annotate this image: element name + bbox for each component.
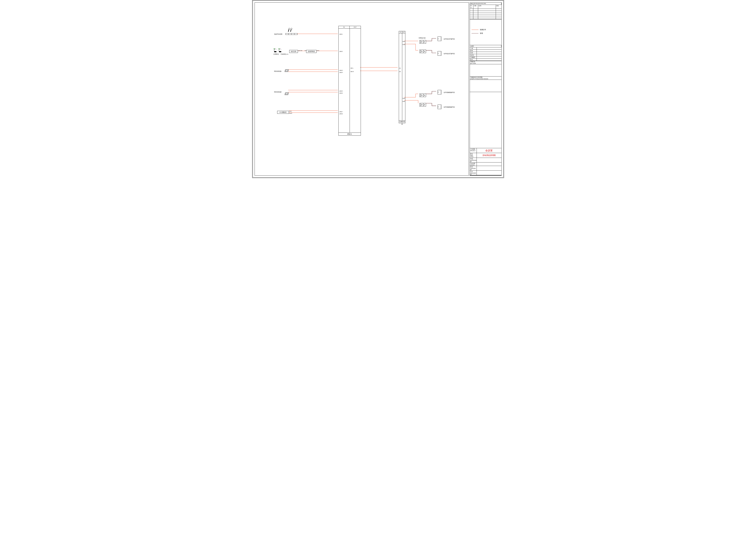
amp4-icon — [419, 103, 426, 107]
rev-col-date: 日期 — [473, 5, 478, 9]
mixer-in-header: IN — [338, 26, 350, 28]
rev-col-no: 序号 — [470, 5, 473, 9]
info1-label: 综合信息盒1 — [274, 70, 282, 72]
dvd-outL: Out L — [289, 111, 292, 112]
proc-out4: Out4 — [403, 101, 405, 102]
feedback-box: 反馈抑制器 — [306, 50, 316, 53]
dwg-label-en: DWG TITLE — [471, 155, 473, 157]
dvd-outR: Out R — [289, 113, 292, 114]
tb-approved-en: APPROVED BY — [471, 160, 476, 162]
mixer-line1: LINE 1 — [339, 34, 343, 35]
proc-title: 音频处理器 — [399, 120, 405, 123]
stamp-label: 注册建筑设计师专用章 — [471, 77, 482, 78]
mixer-line5: LINE 5 — [339, 90, 343, 92]
gooseneck-mic-icon — [274, 49, 281, 52]
speaker-mainL-label: 左声道主扩扬声器 — [444, 38, 455, 40]
tb-designed-en: DESIGNED BY — [471, 172, 476, 175]
wireless-mic-label: 无线手持话筒 — [274, 33, 283, 35]
mixer-line2: LINE 2 — [339, 51, 343, 52]
chairman-label: 主席单元 — [273, 53, 279, 55]
mixer-line7: LINE 7 — [339, 111, 343, 112]
sign-row-3: 给排水 — [470, 54, 477, 56]
mixer-out-header: OUT — [350, 26, 361, 28]
project-label: 厅室类型 — [471, 148, 475, 150]
legend-audio: 音频信号 — [470, 28, 501, 32]
speaker-mainL-icon — [438, 37, 442, 41]
wire-layer — [255, 3, 469, 175]
proc-in-header: IN — [399, 31, 402, 33]
amp1-icon — [419, 40, 426, 44]
keyplan-label: 平面示意 — [471, 61, 475, 63]
mixer-title: 调音台 — [338, 133, 361, 136]
info2-label: 综合信息盒2 — [274, 91, 282, 93]
conf-host-box: 会议主机 — [289, 50, 298, 53]
rev-header-en: REVISION RECORD — [475, 3, 486, 4]
dvd-box: DVD播放器 — [277, 111, 289, 114]
sign-header: 会签栏 — [470, 45, 501, 47]
proc-out1: Out1 — [403, 41, 405, 42]
speaker-auxR-label: 右声道辅助扬声器 — [444, 106, 455, 108]
tb-checked-en: CHECKED BY — [471, 168, 476, 170]
proc-out3: Out3 — [403, 98, 405, 99]
mixer-line3: LINE 3 — [339, 70, 343, 71]
drawing-sheet: 无线手持话筒 主席单元 代表单元×11 会议主机 Line Out 反馈抑制器 … — [252, 0, 504, 178]
mixer-block: INOUT 调音台 LINE 1 LINE 2 LINE 3 LINE 4 LI… — [338, 26, 361, 133]
infobox1-icon — [284, 69, 289, 72]
feedback-in: In L — [305, 50, 307, 51]
rev-col-desc: 说 明 — [478, 5, 496, 9]
proc-out2: Out2 — [403, 44, 405, 45]
sign-row-4: 空调暖风 — [470, 56, 477, 59]
project-value: 会议室 — [477, 148, 501, 153]
amp-label: 功率放大器 — [418, 37, 425, 39]
handheld-mic-icon — [288, 29, 291, 32]
rev-header: 修改记录 — [471, 3, 475, 4]
mixer-line6: LINE 6 — [339, 92, 343, 94]
proc-in2: In2 — [399, 71, 401, 72]
amp3-icon — [419, 93, 426, 97]
tb-major: 专业负责 — [471, 163, 475, 164]
dwg-value: 音响系统原理图 — [477, 153, 501, 158]
proc-out-header: OUT — [402, 31, 405, 33]
speaker-mainR-icon — [438, 51, 442, 56]
delegate-label: 代表单元×11 — [281, 53, 288, 55]
mixer-mixL: MIX L — [351, 67, 354, 69]
mixer-line8: LINE 8 — [339, 113, 343, 114]
project-label-en: PROJECT — [471, 150, 475, 151]
speaker-mainR-label: 右声道主扩扬声器 — [444, 53, 455, 55]
tb-approved: 审 核 — [471, 158, 473, 159]
dwg-label: 图 名 — [471, 153, 473, 155]
speaker-auxL-icon — [438, 90, 442, 94]
title-block: 修改记录 REVISION RECORD 序号 日期 说 明 签名 音频信号 音… — [470, 2, 501, 176]
mixer-mixR: MIX R — [351, 71, 354, 72]
speaker-auxL-label: 左声道辅助扬声器 — [444, 91, 455, 93]
rev-col-sig: 签名 — [496, 5, 501, 9]
sign-row-1: 建 筑 — [470, 50, 477, 52]
speaker-auxR-icon — [438, 105, 442, 109]
sign-row-0: 土 建 — [470, 47, 477, 50]
legend-speaker: 音箱 — [470, 32, 501, 35]
keyplan-en: KEY PLAN — [471, 63, 476, 64]
sign-row-5: 电 气 — [470, 59, 477, 61]
drawing-canvas: 无线手持话筒 主席单元 代表单元×11 会议主机 Line Out 反馈抑制器 … — [255, 2, 469, 176]
mixer-line4: LINE 4 — [339, 72, 343, 73]
tb-major-en: DESIGN — [471, 165, 475, 165]
feedback-out: Out L — [317, 50, 320, 51]
sign-row-2: 结 构 — [470, 52, 477, 54]
infobox2-icon — [284, 92, 289, 95]
tb-designed: 设 计 — [471, 171, 473, 172]
tb-checked: 校 对 — [471, 166, 473, 167]
processor-block: INOUT 音频处理器 In1 In2 Out1 Out2 Out3 Out4 — [399, 31, 405, 121]
receiver-icon — [285, 33, 298, 35]
stamp-en: STAMP OF REGISTERED DESIGN — [471, 78, 488, 79]
amp2-icon — [419, 50, 426, 53]
proc-in1: In1 — [399, 67, 401, 69]
conf-host-port: Line Out — [298, 50, 302, 51]
